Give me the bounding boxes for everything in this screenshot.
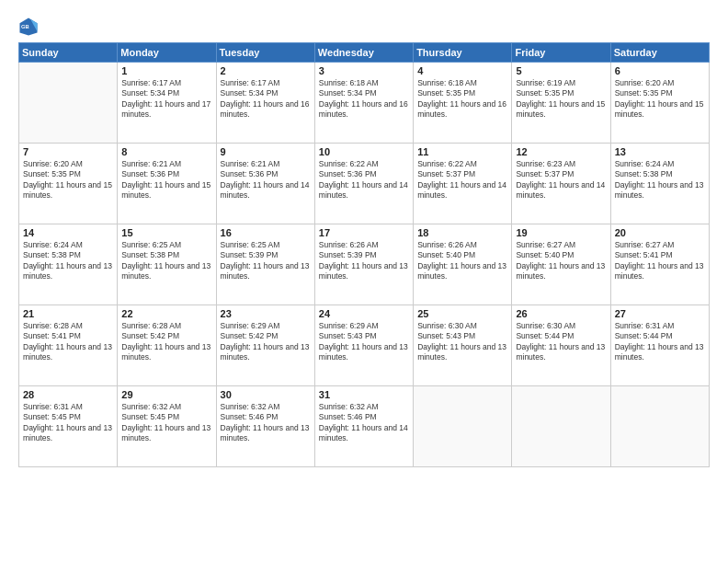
day-info: Sunrise: 6:29 AM Sunset: 5:42 PM Dayligh…	[221, 321, 311, 363]
calendar-week-0: 1Sunrise: 6:17 AM Sunset: 5:34 PM Daylig…	[19, 63, 710, 144]
day-number: 1	[121, 65, 211, 76]
weekday-header-friday: Friday	[512, 43, 610, 63]
day-number: 26	[516, 308, 606, 319]
calendar-cell: 24Sunrise: 6:29 AM Sunset: 5:43 PM Dayli…	[314, 305, 413, 386]
calendar-cell	[512, 386, 610, 467]
calendar-cell	[610, 386, 709, 467]
day-info: Sunrise: 6:31 AM Sunset: 5:44 PM Dayligh…	[615, 321, 705, 363]
day-number: 19	[516, 227, 606, 238]
calendar-cell: 15Sunrise: 6:25 AM Sunset: 5:38 PM Dayli…	[118, 224, 216, 305]
calendar-cell: 19Sunrise: 6:27 AM Sunset: 5:40 PM Dayli…	[512, 224, 610, 305]
day-number: 10	[319, 146, 409, 157]
day-info: Sunrise: 6:20 AM Sunset: 5:35 PM Dayligh…	[23, 159, 113, 201]
calendar-cell: 11Sunrise: 6:22 AM Sunset: 5:37 PM Dayli…	[414, 144, 512, 224]
day-info: Sunrise: 6:27 AM Sunset: 5:40 PM Dayligh…	[516, 240, 606, 282]
calendar-cell: 23Sunrise: 6:29 AM Sunset: 5:42 PM Dayli…	[216, 305, 314, 386]
day-info: Sunrise: 6:31 AM Sunset: 5:45 PM Dayligh…	[23, 402, 113, 444]
day-number: 4	[417, 65, 507, 76]
calendar-cell: 22Sunrise: 6:28 AM Sunset: 5:42 PM Dayli…	[118, 305, 216, 386]
calendar-cell: 5Sunrise: 6:19 AM Sunset: 5:35 PM Daylig…	[512, 63, 610, 144]
calendar-cell: 14Sunrise: 6:24 AM Sunset: 5:38 PM Dayli…	[19, 224, 118, 305]
day-number: 2	[221, 65, 311, 76]
day-info: Sunrise: 6:29 AM Sunset: 5:43 PM Dayligh…	[319, 321, 409, 363]
logo-icon: GB	[18, 17, 39, 37]
calendar-cell	[19, 63, 118, 144]
calendar-cell: 26Sunrise: 6:30 AM Sunset: 5:44 PM Dayli…	[512, 305, 610, 386]
day-info: Sunrise: 6:18 AM Sunset: 5:34 PM Dayligh…	[319, 78, 409, 121]
day-number: 18	[417, 227, 507, 238]
weekday-header-tuesday: Tuesday	[216, 43, 314, 63]
day-number: 5	[516, 65, 606, 76]
day-number: 28	[23, 389, 113, 400]
calendar-cell	[414, 386, 512, 467]
day-number: 9	[221, 146, 311, 157]
day-info: Sunrise: 6:30 AM Sunset: 5:44 PM Dayligh…	[516, 321, 606, 363]
day-info: Sunrise: 6:17 AM Sunset: 5:34 PM Dayligh…	[121, 78, 211, 121]
page: GB SundayMondayTuesdayWednesdayThursdayF…	[0, 0, 728, 563]
day-number: 25	[417, 308, 507, 319]
day-number: 12	[516, 146, 606, 157]
day-info: Sunrise: 6:32 AM Sunset: 5:46 PM Dayligh…	[221, 402, 311, 444]
day-number: 22	[121, 308, 211, 319]
calendar-cell: 2Sunrise: 6:17 AM Sunset: 5:34 PM Daylig…	[216, 63, 314, 144]
logo: GB	[18, 17, 42, 37]
calendar-cell: 18Sunrise: 6:26 AM Sunset: 5:40 PM Dayli…	[414, 224, 512, 305]
day-number: 11	[417, 146, 507, 157]
day-info: Sunrise: 6:20 AM Sunset: 5:35 PM Dayligh…	[615, 78, 705, 121]
day-info: Sunrise: 6:28 AM Sunset: 5:41 PM Dayligh…	[23, 321, 113, 363]
day-info: Sunrise: 6:22 AM Sunset: 5:37 PM Dayligh…	[417, 159, 507, 201]
day-number: 24	[319, 308, 409, 319]
calendar-cell: 31Sunrise: 6:32 AM Sunset: 5:46 PM Dayli…	[314, 386, 413, 467]
day-number: 13	[615, 146, 705, 157]
weekday-header-monday: Monday	[118, 43, 216, 63]
day-number: 27	[615, 308, 705, 319]
day-info: Sunrise: 6:25 AM Sunset: 5:38 PM Dayligh…	[121, 240, 211, 282]
calendar-table: SundayMondayTuesdayWednesdayThursdayFrid…	[18, 42, 710, 467]
day-number: 31	[319, 389, 409, 400]
svg-text:GB: GB	[21, 24, 29, 29]
day-number: 8	[121, 146, 211, 157]
day-info: Sunrise: 6:26 AM Sunset: 5:39 PM Dayligh…	[319, 240, 409, 282]
calendar-cell: 25Sunrise: 6:30 AM Sunset: 5:43 PM Dayli…	[414, 305, 512, 386]
day-number: 14	[23, 227, 113, 238]
day-number: 15	[121, 227, 211, 238]
calendar-week-4: 28Sunrise: 6:31 AM Sunset: 5:45 PM Dayli…	[19, 386, 710, 467]
day-number: 30	[221, 389, 311, 400]
calendar-cell: 29Sunrise: 6:32 AM Sunset: 5:45 PM Dayli…	[118, 386, 216, 467]
calendar-cell: 21Sunrise: 6:28 AM Sunset: 5:41 PM Dayli…	[19, 305, 118, 386]
day-info: Sunrise: 6:21 AM Sunset: 5:36 PM Dayligh…	[121, 159, 211, 201]
calendar-cell: 20Sunrise: 6:27 AM Sunset: 5:41 PM Dayli…	[610, 224, 709, 305]
day-number: 17	[319, 227, 409, 238]
day-info: Sunrise: 6:22 AM Sunset: 5:36 PM Dayligh…	[319, 159, 409, 201]
day-number: 29	[121, 389, 211, 400]
calendar-cell: 6Sunrise: 6:20 AM Sunset: 5:35 PM Daylig…	[610, 63, 709, 144]
day-number: 3	[319, 65, 409, 76]
calendar-cell: 7Sunrise: 6:20 AM Sunset: 5:35 PM Daylig…	[19, 144, 118, 224]
header: GB	[18, 17, 710, 37]
calendar-cell: 28Sunrise: 6:31 AM Sunset: 5:45 PM Dayli…	[19, 386, 118, 467]
calendar-cell: 10Sunrise: 6:22 AM Sunset: 5:36 PM Dayli…	[314, 144, 413, 224]
day-number: 7	[23, 146, 113, 157]
day-info: Sunrise: 6:25 AM Sunset: 5:39 PM Dayligh…	[221, 240, 311, 282]
day-info: Sunrise: 6:19 AM Sunset: 5:35 PM Dayligh…	[516, 78, 606, 121]
day-info: Sunrise: 6:32 AM Sunset: 5:46 PM Dayligh…	[319, 402, 409, 444]
weekday-header-thursday: Thursday	[414, 43, 512, 63]
day-number: 16	[221, 227, 311, 238]
calendar-cell: 12Sunrise: 6:23 AM Sunset: 5:37 PM Dayli…	[512, 144, 610, 224]
day-info: Sunrise: 6:24 AM Sunset: 5:38 PM Dayligh…	[615, 159, 705, 201]
day-info: Sunrise: 6:27 AM Sunset: 5:41 PM Dayligh…	[615, 240, 705, 282]
calendar-week-1: 7Sunrise: 6:20 AM Sunset: 5:35 PM Daylig…	[19, 144, 710, 224]
day-info: Sunrise: 6:17 AM Sunset: 5:34 PM Dayligh…	[221, 78, 311, 121]
calendar-cell: 8Sunrise: 6:21 AM Sunset: 5:36 PM Daylig…	[118, 144, 216, 224]
calendar-cell: 16Sunrise: 6:25 AM Sunset: 5:39 PM Dayli…	[216, 224, 314, 305]
day-number: 21	[23, 308, 113, 319]
calendar-week-3: 21Sunrise: 6:28 AM Sunset: 5:41 PM Dayli…	[19, 305, 710, 386]
calendar-week-2: 14Sunrise: 6:24 AM Sunset: 5:38 PM Dayli…	[19, 224, 710, 305]
day-info: Sunrise: 6:26 AM Sunset: 5:40 PM Dayligh…	[417, 240, 507, 282]
day-number: 6	[615, 65, 705, 76]
weekday-row: SundayMondayTuesdayWednesdayThursdayFrid…	[19, 43, 710, 63]
calendar-header: SundayMondayTuesdayWednesdayThursdayFrid…	[19, 43, 710, 63]
calendar-cell: 13Sunrise: 6:24 AM Sunset: 5:38 PM Dayli…	[610, 144, 709, 224]
day-info: Sunrise: 6:32 AM Sunset: 5:45 PM Dayligh…	[121, 402, 211, 444]
calendar-cell: 27Sunrise: 6:31 AM Sunset: 5:44 PM Dayli…	[610, 305, 709, 386]
